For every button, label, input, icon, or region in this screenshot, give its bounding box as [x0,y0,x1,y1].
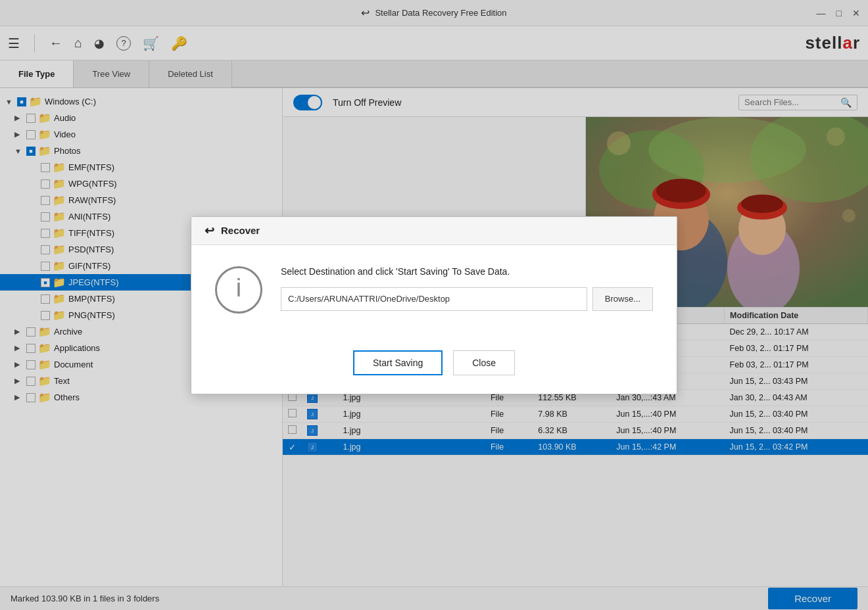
info-circle: i [215,266,262,314]
dialog-body: i Select Destination and click 'Start Sa… [191,245,677,335]
start-saving-button[interactable]: Start Saving [353,350,443,375]
destination-path-input[interactable] [281,287,587,311]
dialog-overlay: ↩ Recover i Select Destination and click… [0,0,868,610]
info-icon: i [236,274,241,302]
dialog-footer: Start Saving Close [191,335,677,394]
dialog-back-icon: ↩ [205,223,214,238]
browse-button[interactable]: Browse... [592,287,653,311]
dialog-close-button[interactable]: Close [453,350,515,375]
recover-dialog: ↩ Recover i Select Destination and click… [191,216,677,394]
dialog-right: Select Destination and click 'Start Savi… [281,266,653,311]
dialog-title-bar: ↩ Recover [191,217,677,245]
dialog-title: Recover [221,225,260,236]
path-row: Browse... [281,287,653,311]
dialog-message: Select Destination and click 'Start Savi… [281,266,653,277]
